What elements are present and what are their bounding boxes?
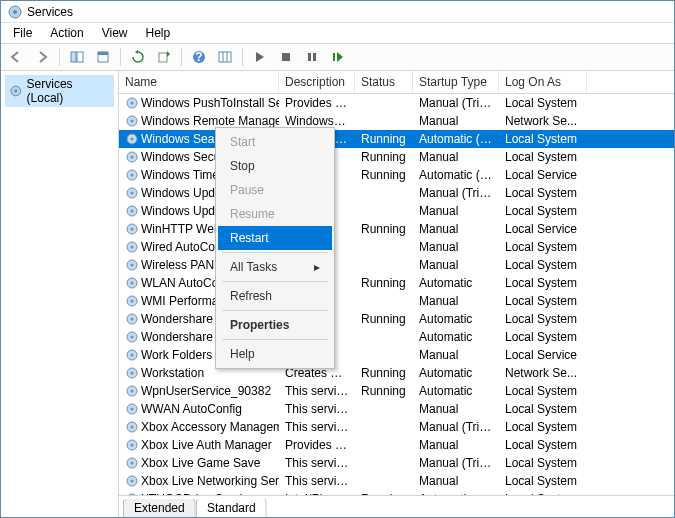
context-menu-all-tasks[interactable]: All Tasks▸	[218, 255, 332, 279]
cell-status	[355, 246, 413, 248]
svg-point-1	[13, 10, 17, 14]
cell-description: This service ...	[279, 419, 355, 435]
col-name[interactable]: Name	[119, 71, 279, 93]
back-button[interactable]	[5, 46, 27, 68]
cell-status	[355, 408, 413, 410]
cell-status	[355, 444, 413, 446]
cell-status: Running	[355, 365, 413, 381]
cell-startup: Manual	[413, 293, 499, 309]
cell-status: Running	[355, 131, 413, 147]
cell-logon: Local System	[499, 203, 587, 219]
svg-point-43	[131, 318, 134, 321]
export-list-button[interactable]	[153, 46, 175, 68]
col-status[interactable]: Status	[355, 71, 413, 93]
cell-status	[355, 102, 413, 104]
svg-point-45	[131, 336, 134, 339]
cell-name: WpnUserService_90382	[119, 383, 279, 399]
sidebar-item-services-local[interactable]: Services (Local)	[5, 75, 114, 107]
view-tabs: Extended Standard	[119, 495, 674, 517]
rows-container[interactable]: Windows PushToInstall Servi...Provides i…	[119, 94, 674, 495]
menu-view[interactable]: View	[94, 24, 136, 42]
service-row[interactable]: Work Folders...ManualLocal Service	[119, 346, 674, 364]
cell-startup: Manual	[413, 347, 499, 363]
col-log-on-as[interactable]: Log On As	[499, 71, 587, 93]
context-menu-help[interactable]: Help	[218, 342, 332, 366]
context-menu-stop[interactable]: Stop	[218, 154, 332, 178]
cell-status: Running	[355, 311, 413, 327]
service-row[interactable]: WondersharerRunningAutomaticLocal System	[119, 310, 674, 328]
start-service-button[interactable]	[249, 46, 271, 68]
properties-button[interactable]	[92, 46, 114, 68]
service-row[interactable]: Windows Remote Managem...Windows Re...Ma…	[119, 112, 674, 130]
service-row[interactable]: Xbox Live Networking ServiceThis service…	[119, 472, 674, 490]
service-row[interactable]: Windows SearchProvides con...RunningAuto…	[119, 130, 674, 148]
service-row[interactable]: Xbox Accessory Managemen...This service …	[119, 418, 674, 436]
tab-extended[interactable]: Extended	[123, 499, 196, 518]
console-tree[interactable]: Services (Local)	[1, 71, 119, 517]
cell-status: Running	[355, 383, 413, 399]
help-button[interactable]: ?	[188, 46, 210, 68]
menu-file[interactable]: File	[5, 24, 40, 42]
tab-standard[interactable]: Standard	[196, 499, 267, 518]
menu-action[interactable]: Action	[42, 24, 91, 42]
svg-point-21	[131, 120, 134, 123]
svg-point-55	[131, 426, 134, 429]
gear-icon	[9, 84, 23, 98]
svg-point-61	[131, 480, 134, 483]
menu-help[interactable]: Help	[138, 24, 179, 42]
service-row[interactable]: Windows Upd...Manual (Trigg...Local Syst…	[119, 184, 674, 202]
cell-status	[355, 210, 413, 212]
service-row[interactable]: Windows Timel...RunningAutomatic (De...L…	[119, 166, 674, 184]
service-row[interactable]: WWAN AutoConfigThis service ...ManualLoc…	[119, 400, 674, 418]
pause-service-button[interactable]	[301, 46, 323, 68]
service-row[interactable]: Wireless PAN DManualLocal System	[119, 256, 674, 274]
service-row[interactable]: WorkstationCreates and ...RunningAutomat…	[119, 364, 674, 382]
stop-service-button[interactable]	[275, 46, 297, 68]
col-startup-type[interactable]: Startup Type	[413, 71, 499, 93]
service-row[interactable]: Wired AutoCoManualLocal System	[119, 238, 674, 256]
col-description[interactable]: Description	[279, 71, 355, 93]
svg-point-29	[131, 192, 134, 195]
cell-startup: Manual	[413, 203, 499, 219]
cell-startup: Automatic (De...	[413, 167, 499, 183]
service-row[interactable]: Xbox Live Game SaveThis service ...Manua…	[119, 454, 674, 472]
service-row[interactable]: Windows Secue...RunningManualLocal Syste…	[119, 148, 674, 166]
cell-status	[355, 354, 413, 356]
service-row[interactable]: WMI Performa...ManualLocal System	[119, 292, 674, 310]
services-list: Name Description Status Startup Type Log…	[119, 71, 674, 517]
svg-point-33	[131, 228, 134, 231]
cell-logon: Local System	[499, 329, 587, 345]
show-hide-tree-button[interactable]	[66, 46, 88, 68]
service-row[interactable]: WLAN AutoCo...RunningAutomaticLocal Syst…	[119, 274, 674, 292]
cell-status	[355, 462, 413, 464]
service-row[interactable]: WondersharerAutomaticLocal System	[119, 328, 674, 346]
service-row[interactable]: Xbox Live Auth ManagerProvides aut...Man…	[119, 436, 674, 454]
toolbar-sep	[242, 48, 243, 66]
svg-point-51	[131, 390, 134, 393]
svg-point-31	[131, 210, 134, 213]
toolbar-sep	[59, 48, 60, 66]
forward-button[interactable]	[31, 46, 53, 68]
menu-separator	[222, 339, 328, 340]
service-row[interactable]: WpnUserService_90382This service ...Runn…	[119, 382, 674, 400]
cell-status	[355, 426, 413, 428]
sidebar-label: Services (Local)	[27, 77, 110, 105]
cell-status	[355, 264, 413, 266]
refresh-button[interactable]	[127, 46, 149, 68]
cell-name: Xbox Live Networking Service	[119, 473, 279, 489]
svg-point-41	[131, 300, 134, 303]
context-menu-properties[interactable]: Properties	[218, 313, 332, 337]
context-menu-refresh[interactable]: Refresh	[218, 284, 332, 308]
restart-service-button[interactable]	[327, 46, 349, 68]
cell-status	[355, 300, 413, 302]
svg-rect-9	[219, 52, 231, 62]
context-menu-start: Start	[218, 130, 332, 154]
service-row[interactable]: Windows PushToInstall Servi...Provides i…	[119, 94, 674, 112]
cell-logon: Local Service	[499, 347, 587, 363]
service-row[interactable]: Windows UpdManualLocal System	[119, 202, 674, 220]
cell-startup: Manual	[413, 239, 499, 255]
context-menu-restart[interactable]: Restart	[218, 226, 332, 250]
cell-startup: Automatic (De...	[413, 131, 499, 147]
service-row[interactable]: WinHTTP Webn...RunningManualLocal Servic…	[119, 220, 674, 238]
view-columns-button[interactable]	[214, 46, 236, 68]
